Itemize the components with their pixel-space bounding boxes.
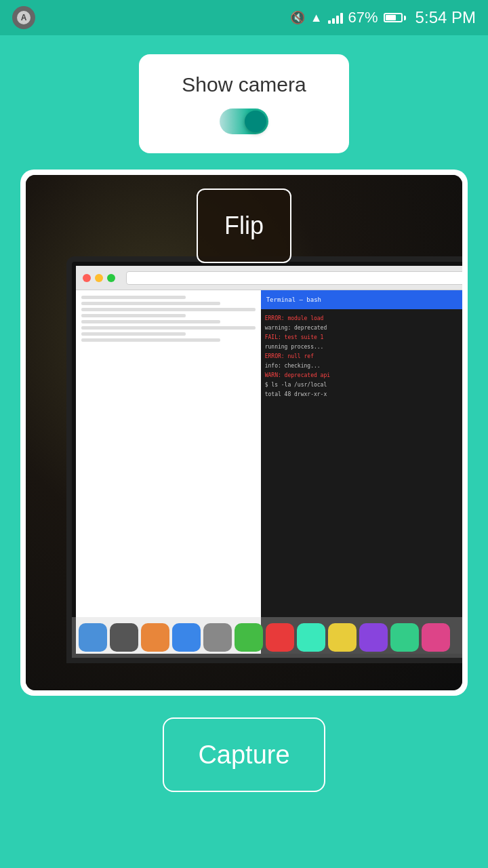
dock-icon-11 [422,623,450,652]
content-line [81,326,256,330]
show-camera-card: Show camera [139,54,349,153]
dock-icon-1 [110,623,138,652]
monitor-frame: Terminal — bash ERROR: module load warni… [66,256,462,663]
monitor-area: Terminal — bash ERROR: module load warni… [66,202,462,690]
terminal-row: FAIL: test suite 1 [265,332,462,342]
mute-icon: 🔇 [290,10,305,25]
browser-address-bar [126,271,462,285]
mac-dock [72,617,462,658]
dock-icon-7 [297,623,325,652]
app-icon-letter: A [17,11,30,24]
content-line [81,308,256,311]
content-line [81,302,220,305]
terminal-row: info: checking... [265,361,462,370]
dock-icon-finder [79,623,107,652]
terminal-row: WARN: deprecated api [265,370,462,380]
capture-label: Capture [198,741,289,770]
battery-icon [384,13,406,22]
terminal-text: running process... [265,344,324,350]
terminal-title: Terminal — bash [266,296,321,303]
content-line [81,314,186,317]
content-lines [81,296,256,342]
app-icon-area: A [12,0,35,35]
terminal-text: warning: deprecated [265,325,327,331]
tl-red [83,274,91,282]
flip-label: Flip [224,212,264,240]
terminal-text: ERROR: null ref [265,353,314,359]
tl-yellow [95,274,103,282]
capture-button-wrapper: Capture [0,717,488,792]
signal-bars [328,12,343,24]
flip-button[interactable]: Flip [197,189,291,263]
status-time: 5:54 PM [415,8,476,27]
content-line [81,338,220,342]
terminal-text: FAIL: test suite 1 [265,334,324,340]
battery-percentage: 67% [348,9,378,26]
dock-icon-5 [235,623,263,652]
terminal-header: Terminal — bash [261,290,462,309]
capture-button[interactable]: Capture [163,717,325,792]
browser-chrome [76,266,462,290]
camera-preview-wrapper: Terminal — bash ERROR: module load warni… [20,170,468,696]
terminal-text: $ ls -la /usr/local [265,382,327,388]
show-camera-toggle[interactable] [220,108,268,134]
dock-icon-2 [141,623,169,652]
dock-icon-3 [172,623,201,652]
dock-icon-9 [359,623,388,652]
show-camera-label: Show camera [182,73,306,96]
terminal-text: WARN: deprecated api [265,372,330,378]
terminal-body: ERROR: module load warning: deprecated F… [261,309,462,403]
dock-icon-6 [266,623,294,652]
tl-green [107,274,115,282]
content-line [81,320,220,323]
camera-preview: Terminal — bash ERROR: module load warni… [26,175,462,690]
terminal-row: warning: deprecated [265,323,462,332]
status-indicators: 🔇 ▲ 67% 5:54 PM [290,8,476,27]
dock-icon-10 [390,623,419,652]
terminal-row: $ ls -la /usr/local [265,380,462,389]
wifi-icon: ▲ [310,11,323,25]
toggle-thumb [245,111,266,132]
app-icon: A [12,6,35,29]
terminal-row: total 48 drwxr-xr-x [265,389,462,399]
toggle-track [220,108,268,134]
terminal-text: total 48 drwxr-xr-x [265,391,327,397]
browser-content: Terminal — bash ERROR: module load warni… [76,290,462,654]
terminal-row: running process... [265,342,462,351]
content-line [81,332,186,336]
terminal-text: info: checking... [265,363,321,369]
dock-icon-4 [203,623,232,652]
dock-icon-8 [328,623,357,652]
content-line [81,296,186,299]
terminal-panel: Terminal — bash ERROR: module load warni… [261,290,462,654]
monitor-screen: Terminal — bash ERROR: module load warni… [76,266,462,654]
browser-left-panel [76,290,261,654]
status-bar: A 🔇 ▲ 67% 5:54 PM [0,0,488,35]
terminal-row: ERROR: null ref [265,351,462,361]
terminal-row: ERROR: module load [265,313,462,323]
terminal-text: ERROR: module load [265,315,324,321]
